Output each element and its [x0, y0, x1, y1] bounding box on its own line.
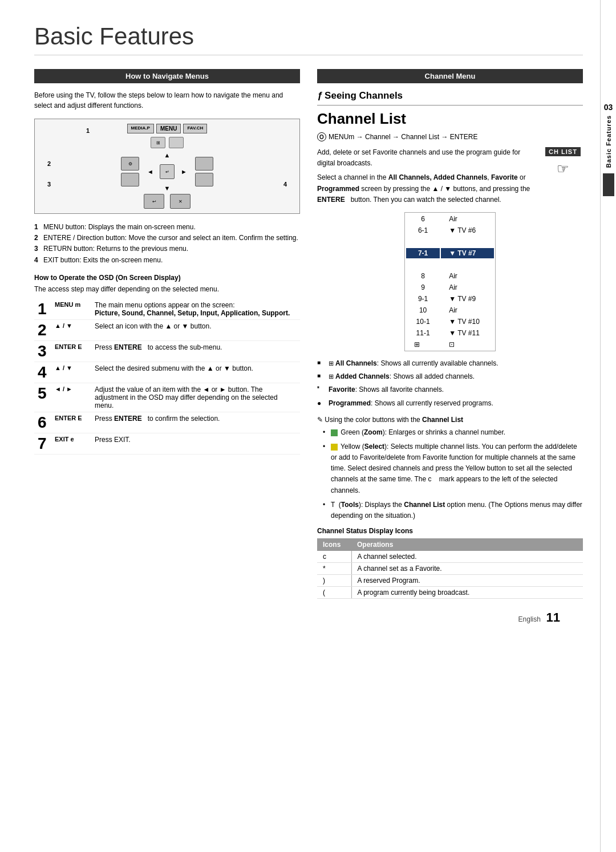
color-buttons-list: Green (Zoom): Enlarges or shrinks a chan… [317, 427, 583, 522]
remote-diagram: 1 MEDIA.P MENU FAV.CH ⊞ 2 [34, 119, 300, 214]
osd-key-1: MENU m [51, 299, 91, 320]
nav-list-item-4: 4 EXIT button: Exits the on-screen menu. [34, 255, 300, 266]
osd-desc-2: Select an icon with the ▲ or ▼ button. [91, 319, 300, 340]
exit-button: ✕ [170, 194, 191, 209]
status-row-star: * A channel set as a Favorite. [317, 563, 583, 575]
select-label: Select [364, 443, 384, 451]
yellow-color-square [331, 444, 338, 451]
osd-big-num-6: 6 [34, 412, 51, 433]
ch-row-spacer1 [406, 237, 494, 247]
added-channels-label: Added Channels [335, 372, 390, 380]
ch-list-body: Add, delete or set Favorite channels and… [317, 147, 535, 205]
status-table-body: c A channel selected. * A channel set as… [317, 551, 583, 599]
green-color-square [331, 429, 338, 436]
ch-row-spacer2 [406, 259, 494, 270]
right-tab-marker [603, 173, 614, 196]
ch-row-7-1-highlighted: 7-1 ▼ TV #7 [406, 248, 494, 258]
ch-type-6-1: ▼ TV #6 [441, 225, 494, 236]
dpad-left: ◄ [147, 168, 153, 175]
status-icon-paren-open: ( [317, 587, 351, 599]
menu-circle-icon: O [317, 132, 326, 141]
channel-type-list: ⊞ All Channels: Shows all currently avai… [317, 358, 583, 409]
ch-num-10-1: 10-1 [406, 317, 440, 327]
right-column: Channel Menu ƒ Seeing Channels Channel L… [317, 69, 583, 599]
ch-list-row: Add, delete or set Favorite channels and… [317, 147, 583, 205]
bullet-favorite: Favorite: Shows all favorite channels. [317, 384, 583, 395]
menu-button: MENU [156, 124, 181, 133]
ch-type-6: Air [441, 214, 494, 224]
color-tools-item: T (Tools): Displays the Channel List opt… [323, 500, 583, 521]
seeing-channels-section: ƒ Seeing Channels [317, 90, 583, 106]
ch-list-body-1: Add, delete or set Favorite channels and… [317, 147, 535, 169]
bullet-programmed: Programmed: Shows all currently reserved… [317, 398, 583, 409]
osd-big-num-2: 2 [34, 319, 51, 340]
guide-icon: ⊞ [151, 137, 165, 148]
ch-type-10: Air [441, 305, 494, 315]
status-col-operations: Operations [351, 538, 583, 551]
remote-label-1: 1 [86, 127, 90, 134]
left-column: How to Navigate Menus Before using the T… [34, 69, 300, 599]
ch-row-11-1: 11-1 ▼ TV #11 [406, 328, 494, 338]
dpad-down: ▼ [164, 185, 171, 192]
ch-row-10-1: 10-1 ▼ TV #10 [406, 317, 494, 327]
status-header-row: Icons Operations [317, 538, 583, 551]
hand-icon: ☞ [543, 161, 583, 177]
ch-type-7-1: ▼ TV #7 [441, 248, 494, 258]
nav-button-list: 1 MENU button: Displays the main on-scre… [34, 222, 300, 266]
ch-icon-1: ⊞ [406, 339, 440, 350]
ch-row-9-1: 9-1 ▼ TV #9 [406, 294, 494, 304]
osd-desc-3: Press ENTERE to access the sub-menu. [91, 340, 300, 362]
status-op-c: A channel selected. [351, 551, 583, 563]
dpad-up: ▲ [164, 152, 171, 159]
ch-num-11-1: 11-1 [406, 328, 440, 338]
right-tab: 03 Basic Features [600, 0, 616, 852]
ch-type-11-1: ▼ TV #11 [441, 328, 494, 338]
status-col-icons: Icons [317, 538, 351, 551]
channel-table-wrapper: 6 Air 6-1 ▼ TV #6 7-1 ▼ TV #7 [317, 212, 583, 351]
right-section-header: Channel Menu [317, 69, 583, 83]
bullet-added-channels: ⊞ Added Channels: Shows all added channe… [317, 371, 583, 382]
dpad-center: ↵ [160, 164, 175, 179]
osd-row-5: 5 ◄ / ► Adjust the value of an item with… [34, 383, 300, 412]
osd-row-1: 1 MENU m The main menu options appear on… [34, 299, 300, 320]
remote-left-top-btn: ⚙ [121, 157, 139, 171]
remote-right-mid-btn [195, 173, 213, 186]
osd-key-7: EXIT e [51, 433, 91, 454]
status-row-c: c A channel selected. [317, 551, 583, 563]
ch-num-8: 8 [406, 271, 440, 281]
osd-row-4: 4 ▲ / ▼ Select the desired submenu with … [34, 362, 300, 383]
osd-key-3: ENTER E [51, 340, 91, 362]
dpad-right: ► [181, 168, 187, 175]
osd-desc-6: Press ENTERE to confirm the selection. [91, 412, 300, 433]
all-channels-icon: ⊞ [329, 360, 335, 367]
ch-row-6: 6 Air [406, 214, 494, 224]
ch-row-10: 10 Air [406, 305, 494, 315]
right-tab-number: 03 [604, 103, 613, 112]
osd-row-7: 7 EXIT e Press EXIT. [34, 433, 300, 454]
osd-subtitle: The access step may differ depending on … [34, 285, 300, 293]
added-channels-icon: ⊞ [329, 373, 335, 380]
tools-label: Tools [341, 501, 359, 509]
media-p-button: MEDIA.P [127, 124, 154, 133]
ch-row-9: 9 Air [406, 282, 494, 293]
info-icon [169, 137, 184, 148]
ch-num-10: 10 [406, 305, 440, 315]
status-icon-paren-close: ) [317, 575, 351, 587]
ch-num-9-1: 9-1 [406, 294, 440, 304]
osd-desc-5: Adjust the value of an item with the ◄ o… [91, 383, 300, 412]
favorite-label: Favorite [329, 386, 355, 393]
programmed-label: Programmed [329, 399, 371, 407]
status-op-paren-open: A program currently being broadcast. [351, 587, 583, 599]
status-icon-star: * [317, 563, 351, 575]
ch-type-9: Air [441, 282, 494, 293]
ch-num-9: 9 [406, 282, 440, 293]
page-title: Basic Features [34, 23, 583, 55]
intro-text: Before using the TV, follow the steps be… [34, 90, 300, 111]
bullet-all-channels: ⊞ All Channels: Shows all currently avai… [317, 358, 583, 369]
two-col-layout: How to Navigate Menus Before using the T… [34, 69, 583, 599]
nav-list-item-3: 3 RETURN button: Returns to the previous… [34, 244, 300, 254]
osd-desc-7: Press EXIT. [91, 433, 300, 454]
nav-list-item-1: 1 MENU button: Displays the main on-scre… [34, 222, 300, 233]
fav-ch-button: FAV.CH [183, 124, 207, 133]
ch-type-10-1: ▼ TV #10 [441, 317, 494, 327]
